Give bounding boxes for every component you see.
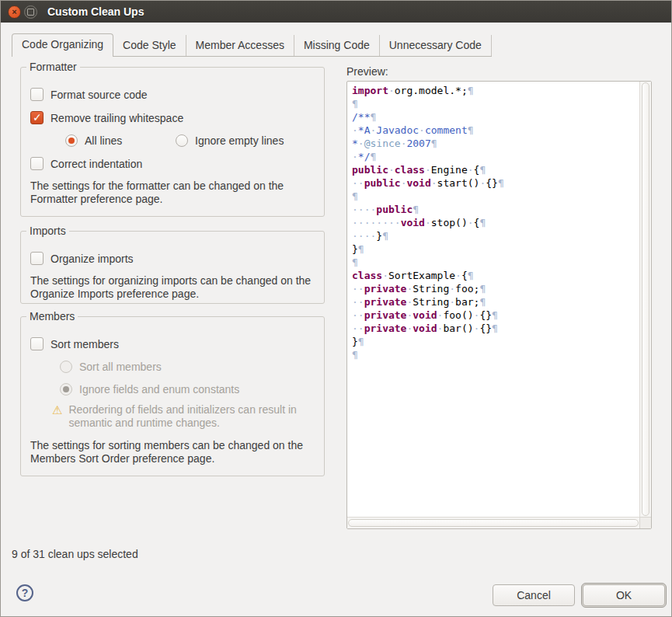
code-line: ¶ [352,256,639,269]
all-lines-option[interactable]: All lines [65,134,169,147]
tab-unnecessary-code[interactable]: Unnecessary Code [380,35,492,56]
help-button[interactable]: ? [16,584,33,601]
code-line: ¶ [352,348,639,361]
members-group-title: Members [26,310,78,322]
code-line: }¶ [352,242,639,256]
code-line: ····}¶ [352,229,639,242]
tab-missing-code[interactable]: Missing Code [294,35,380,56]
close-icon[interactable]: × [8,5,21,19]
organize-imports-row[interactable]: Organize imports [30,252,315,265]
tab-bar: Code OrganizingCode StyleMember Accesses… [12,33,492,57]
formatter-group: Formatter Format source code Remove trai… [20,67,325,217]
preview-code: import·org.model.*;¶¶/**¶·*A·Javadoc·com… [347,82,639,517]
format-source-code-row[interactable]: Format source code [30,88,315,101]
code-line: ··private·void·foo()·{}¶ [352,308,639,322]
imports-note: The settings for organizing imports can … [30,274,315,301]
ignore-empty-lines-label: Ignore empty lines [195,134,284,147]
code-line: ········void·stop()·{¶ [352,216,639,229]
code-line: ····public¶ [352,203,639,216]
ignore-fields-row: Ignore fields and enum constants [60,383,315,396]
remove-trailing-whitespace-checkbox[interactable] [30,111,44,124]
correct-indentation-checkbox[interactable] [30,157,44,170]
code-line: ··private·String·foo;¶ [352,282,639,295]
sort-all-members-radio [60,361,72,373]
scrollbar-corner [639,517,651,528]
preview-label: Preview: [346,65,388,78]
code-line: ··private·String·bar;¶ [352,295,639,308]
code-line: ·*A·Javadoc·comment¶ [352,124,639,137]
vertical-scrollbar[interactable] [639,82,651,517]
organize-imports-checkbox[interactable] [30,252,44,265]
tab-code-organizing[interactable]: Code Organizing [12,33,113,57]
sort-members-label: Sort members [50,338,119,350]
sort-members-checkbox[interactable] [30,337,44,350]
maximize-icon[interactable] [24,5,37,19]
sort-all-members-row: Sort all members [60,361,315,373]
ignore-fields-radio [60,383,72,396]
code-line: import·org.model.*;¶ [352,84,639,97]
ok-button-default-ring: OK [581,583,667,608]
ignore-fields-label: Ignore fields and enum constants [79,383,239,396]
trailing-whitespace-options-row: All lines Ignore empty lines [65,134,315,147]
ignore-empty-lines-radio[interactable] [176,134,188,147]
code-line: ·*/¶ [352,150,639,163]
formatter-group-title: Formatter [26,61,80,73]
horizontal-scrollbar-thumb[interactable] [348,519,639,527]
members-warning-text: Reordering of fields and initializers ca… [68,403,315,430]
all-lines-radio[interactable] [65,134,78,147]
code-line: ¶ [352,190,639,203]
members-group: Members Sort members Sort all members Ig… [20,316,325,476]
window-title: Custom Clean Ups [47,5,144,18]
remove-trailing-whitespace-row[interactable]: Remove trailing whitespace [30,111,315,124]
code-line: ··private·void·bar()·{}¶ [352,322,639,335]
code-line: ¶ [352,97,639,110]
members-note: The settings for sorting members can be … [30,439,315,465]
ok-button[interactable]: OK [583,584,665,606]
cancel-button[interactable]: Cancel [493,584,575,606]
members-warning-row: ⚠ Reordering of fields and initializers … [52,403,315,430]
format-source-code-checkbox[interactable] [30,88,44,101]
code-line: public·class·Engine·{¶ [352,163,639,176]
code-line: class·SortExample·{¶ [352,269,639,282]
remove-trailing-whitespace-label: Remove trailing whitespace [50,112,183,124]
titlebar: × Custom Clean Ups [1,1,671,23]
organize-imports-label: Organize imports [50,253,134,265]
tab-code-style[interactable]: Code Style [113,35,186,56]
code-line: ··public·void·start()·{}¶ [352,176,639,190]
preview-pane: import·org.model.*;¶¶/**¶·*A·Javadoc·com… [346,81,652,529]
selection-status: 9 of 31 clean ups selected [12,548,138,560]
code-line: }¶ [352,335,639,348]
warning-icon: ⚠ [52,403,62,417]
formatter-note: The settings for the formatter can be ch… [30,180,315,206]
horizontal-scrollbar[interactable] [347,517,639,528]
imports-group: Imports Organize imports The settings fo… [20,231,325,304]
vertical-scrollbar-thumb[interactable] [642,82,649,516]
sort-members-row[interactable]: Sort members [30,337,315,350]
custom-clean-ups-dialog: × Custom Clean Ups Code OrganizingCode S… [0,0,672,617]
ignore-empty-lines-option[interactable]: Ignore empty lines [176,134,284,147]
tab-member-accesses[interactable]: Member Accesses [186,35,294,56]
correct-indentation-label: Correct indentation [50,158,142,170]
format-source-code-label: Format source code [50,89,148,101]
all-lines-label: All lines [85,134,122,147]
correct-indentation-row[interactable]: Correct indentation [30,157,315,170]
sort-all-members-label: Sort all members [79,361,162,373]
code-line: /**¶ [352,110,639,124]
imports-group-title: Imports [26,225,69,237]
code-line: *·@since·2007¶ [352,137,639,150]
dialog-body: Code OrganizingCode StyleMember Accesses… [1,23,672,617]
